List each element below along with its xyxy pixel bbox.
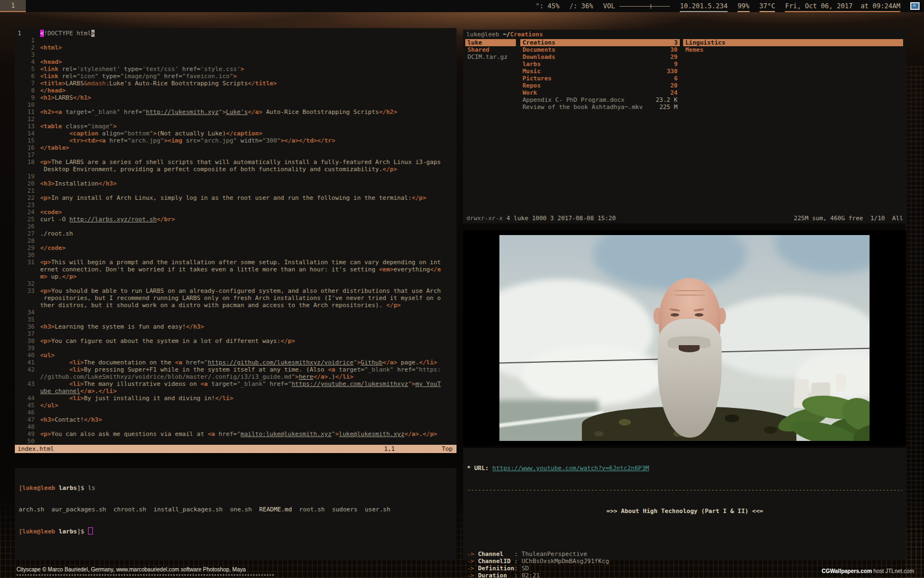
ranger-item[interactable]: Music330 <box>520 68 680 75</box>
editor-line[interactable]: ernet connection. Don't be worried if it… <box>15 266 457 273</box>
editor-line[interactable]: 40<ul> <box>15 352 457 359</box>
ranger-item[interactable]: Review of the book Ashtadhya~.mkv225 M <box>520 103 680 111</box>
ranger-item[interactable]: Repos20 <box>520 82 680 89</box>
ranger-permissions: drwxr-xr-x <box>466 215 503 222</box>
editor-line[interactable]: 32 <box>15 280 457 287</box>
ranger-window[interactable]: luke@leeb ~/Creations lukeSharedDCIM.tar… <box>463 30 906 223</box>
mpv-window[interactable] <box>463 230 906 446</box>
editor-line[interactable]: 24<code> <box>15 209 457 216</box>
video-info-field: -> ChannelID : UChBsOxskMpDmBAsgJ91fKcg <box>467 558 903 565</box>
editor-line[interactable]: ube channel</a>.</li> <box>15 388 457 395</box>
editor-line[interactable]: 8</head> <box>15 87 457 94</box>
ranger-item[interactable]: Pictures6 <box>520 75 680 82</box>
editor-line[interactable]: 21 <box>15 187 457 194</box>
editor-line[interactable]: 43 <li>The many illustrative videos on <… <box>15 380 457 388</box>
editor-line[interactable]: 11<h2><a target="_blank" href="http://lu… <box>15 108 457 116</box>
editor-line[interactable]: 18<p>The LARBS are a series of shell scr… <box>15 159 457 166</box>
editor-line[interactable]: 36<h3>Learning the system is fun and eas… <box>15 323 457 330</box>
editor-line[interactable]: 14 <caption align="bottom">(Not actually… <box>15 130 457 137</box>
editor-line[interactable]: 38<p>You can figure out about the system… <box>15 337 457 345</box>
editor-line[interactable]: 20<h3>Installation</h3> <box>15 180 457 187</box>
video-info-field: -> Channel : ThuleanPerspective <box>467 550 903 558</box>
ranger-item[interactable]: DCIM.tar.gz <box>465 53 516 61</box>
editor-line[interactable]: 5<link rel='stylesheet' type='text/css' … <box>15 66 457 73</box>
editor-line[interactable]: 1<!DOCTYPE html> <box>15 30 457 37</box>
editor-line[interactable]: 16</table> <box>15 144 457 151</box>
volume-slider-handle[interactable] <box>651 4 651 9</box>
editor-line[interactable]: 6<link rel="icon" type="image/png" href=… <box>15 73 457 80</box>
editor-line[interactable]: 1 <box>15 37 457 44</box>
shell-terminal-window[interactable]: [luke@leeb larbs]$ ls arch.sh aur_packag… <box>15 468 457 560</box>
editor-line[interactable]: 9<h1>LARBS</h1> <box>15 94 457 101</box>
editor-line[interactable]: 45</ul> <box>15 402 457 409</box>
editor-line[interactable]: 3 <box>15 51 457 58</box>
ranger-item[interactable]: Shared <box>465 46 516 53</box>
editor-line[interactable]: 13<table class="image"> <box>15 123 457 130</box>
editor-line[interactable]: 25curl -O http://larbs.xyz/root.sh</br> <box>15 216 457 223</box>
editor-line[interactable]: 48 <box>15 423 457 430</box>
workspace-tag[interactable]: 1 <box>0 0 26 12</box>
ranger-item[interactable]: luke <box>465 39 516 46</box>
ranger-current-dir: Creations <box>510 31 543 38</box>
editor-line[interactable]: 28 <box>15 237 457 244</box>
editor-line[interactable]: 41 <li>The documentation on the <a href=… <box>15 359 457 366</box>
editor-line[interactable]: Desktop Environment, providing a perfect… <box>15 166 457 173</box>
wallpaper-building <box>905 66 924 578</box>
editor-line[interactable]: 49<p>You can also ask me questions via e… <box>15 430 457 438</box>
terminal-cursor <box>88 527 93 535</box>
ranger-item[interactable]: larbs9 <box>520 61 680 68</box>
battery-indicator: 99% <box>738 0 750 12</box>
ranger-host: luke@leeb <box>466 31 503 38</box>
editor-line[interactable]: 7<title>LARBS&mdash;Luke's Auto-Rice Boo… <box>15 80 457 87</box>
editor-line[interactable]: //github.com/LukeSmithxyz/voidrice/blob/… <box>15 373 457 380</box>
ranger-path: ~/ <box>503 31 510 38</box>
editor-line[interactable]: 33<p>You should be able to run LARBS on … <box>15 287 457 295</box>
editor-line[interactable]: 4<head> <box>15 58 457 66</box>
editor-line[interactable]: ther distros, but it should work on a di… <box>15 302 457 309</box>
editor-line[interactable]: 22<p>In any install of Arch Linux, simpl… <box>15 194 457 201</box>
shell-command: ls <box>88 484 95 492</box>
editor-buffer[interactable]: 1<!DOCTYPE html>12<html>34<head>5<link r… <box>15 30 457 445</box>
wallpaper-site: CGWallpapers.com <box>822 568 872 574</box>
editor-line[interactable]: 27./root.sh <box>15 230 457 237</box>
volume-indicator[interactable]: VOL <box>603 0 670 12</box>
video-info-terminal[interactable]: * URL: https://www.youtube.com/watch?v=6… <box>463 448 906 560</box>
disk-indicator: /: 36% <box>569 0 593 12</box>
shell-line-prompt[interactable]: [luke@leeb larbs]$ <box>19 527 453 535</box>
video-url-link[interactable]: https://www.youtube.com/watch?v=6Jntc2n6… <box>492 465 649 472</box>
editor-line[interactable]: 31<p>This will begin a prompt and the in… <box>15 259 457 266</box>
editor-line[interactable]: 37 <box>15 330 457 337</box>
volume-slider[interactable] <box>619 6 670 7</box>
ranger-item[interactable]: Appendix C- PhD Program.docx23.2 K <box>520 96 680 103</box>
editor-line[interactable]: 44 <li>By just installing it and diving … <box>15 395 457 402</box>
editor-line[interactable]: 47<h3>Contact!</h3> <box>15 416 457 423</box>
editor-line[interactable]: 12 <box>15 116 457 123</box>
editor-line[interactable]: 23 <box>15 201 457 209</box>
editor-line[interactable]: 17 <box>15 151 457 159</box>
editor-line[interactable]: 26 <box>15 223 457 230</box>
vim-window[interactable]: 1<!DOCTYPE html>12<html>34<head>5<link r… <box>15 28 457 453</box>
editor-line[interactable]: 30 <box>15 252 457 259</box>
editor-line[interactable]: 34 <box>15 309 457 316</box>
editor-line[interactable]: 39 <box>15 345 457 352</box>
editor-line[interactable]: 35 <box>15 316 457 323</box>
tray-monitor-icon[interactable] <box>910 2 920 10</box>
editor-line[interactable]: 50 <box>15 438 457 445</box>
editor-line[interactable]: m> up.</p> <box>15 273 457 280</box>
editor-line[interactable]: 10 <box>15 101 457 108</box>
editor-line[interactable]: repositories, but I recommend running LA… <box>15 295 457 302</box>
ranger-item[interactable]: Downloads29 <box>520 53 680 61</box>
editor-line[interactable]: 46 <box>15 409 457 416</box>
ranger-item[interactable]: Creations3 <box>520 39 680 46</box>
video-frame[interactable] <box>499 235 870 441</box>
editor-line[interactable]: 29</code> <box>15 244 457 252</box>
ranger-item[interactable]: Work24 <box>520 89 680 96</box>
ranger-item[interactable]: Documents30 <box>520 46 680 53</box>
editor-line[interactable]: 42 <li>By pressing Super+F1 while in the… <box>15 366 457 373</box>
ranger-item[interactable]: Linguistics <box>683 39 903 46</box>
ranger-item[interactable]: Memes <box>683 46 903 53</box>
editor-line[interactable]: 2<html> <box>15 44 457 51</box>
editor-line[interactable]: 15 <tr><td><a href="arch.jpg"><img src="… <box>15 137 457 144</box>
editor-line[interactable]: 19 <box>15 173 457 180</box>
temperature-indicator: 37°C <box>760 0 776 12</box>
